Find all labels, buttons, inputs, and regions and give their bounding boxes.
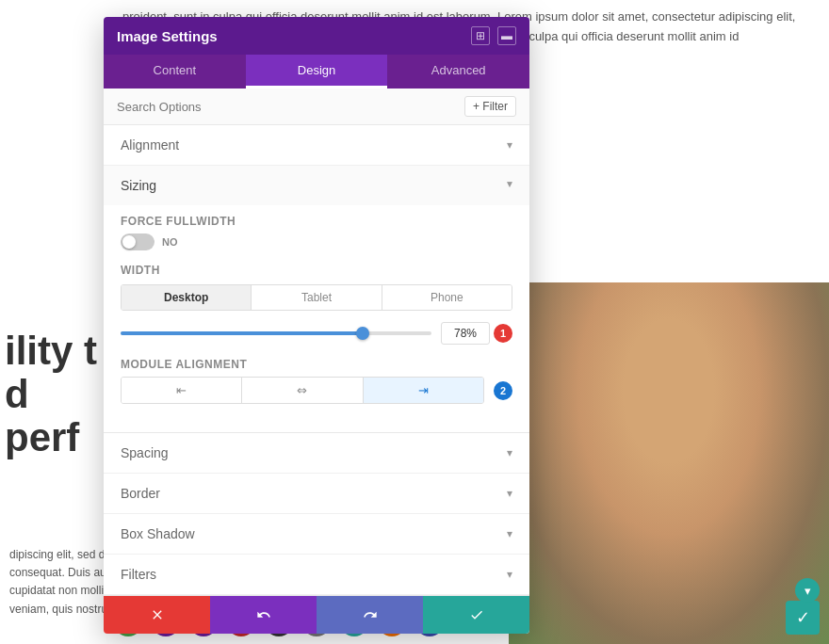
box-shadow-chevron: ▾ (507, 527, 512, 540)
alignment-badge: 2 (494, 381, 512, 400)
module-alignment-row: Module Alignment ⇤ ⇔ ⇥ 2 (121, 358, 512, 404)
sizing-section: Sizing ▴ Force Fullwidth NO Width (104, 166, 529, 433)
filters-label: Filters (121, 567, 156, 582)
image-settings-modal: Image Settings ⊞ ▬ Content Design Advanc… (104, 17, 529, 634)
search-bar: + Filter (104, 89, 529, 125)
alignment-label: Alignment (121, 137, 179, 153)
action-undo[interactable] (210, 596, 317, 634)
device-tabs: Desktop Tablet Phone (121, 284, 512, 311)
modal-tabs: Content Design Advanced (104, 55, 529, 89)
border-label: Border (121, 486, 160, 501)
redo-icon (363, 607, 378, 622)
filters-section[interactable]: Filters ▾ (104, 555, 529, 595)
alignment-chevron: ▾ (507, 138, 512, 152)
filters-chevron: ▾ (507, 568, 512, 581)
border-section[interactable]: Border ▾ (104, 474, 529, 514)
scroll-arrow[interactable]: ▾ (795, 578, 820, 603)
modal-title: Image Settings (117, 28, 218, 44)
modal-collapse-icon[interactable]: ▬ (497, 26, 516, 45)
sizing-section-header[interactable]: Sizing ▴ (104, 166, 529, 205)
modal-actions (104, 595, 529, 634)
photo-person (509, 282, 829, 644)
undo-icon (256, 607, 271, 622)
tab-content[interactable]: Content (104, 55, 246, 89)
width-row: Width Desktop Tablet Phone (121, 264, 512, 345)
sizing-label: Sizing (121, 178, 156, 193)
module-alignment-label: Module Alignment (121, 358, 512, 371)
force-fullwidth-label: Force Fullwidth (121, 215, 512, 228)
toggle-no-label: NO (162, 236, 178, 248)
align-row: ⇤ ⇔ ⇥ 2 (121, 377, 512, 404)
spacing-chevron: ▾ (507, 446, 512, 459)
background-left-text: ility t d perf (0, 330, 104, 460)
align-left[interactable]: ⇤ (122, 378, 242, 403)
slider-input-wrap: 1 (441, 322, 512, 345)
action-save[interactable] (423, 596, 529, 634)
action-redo[interactable] (317, 596, 423, 634)
width-slider-row: 1 (121, 322, 512, 345)
spacing-label: Spacing (121, 445, 169, 460)
modal-expand-icon[interactable]: ⊞ (471, 26, 490, 45)
box-shadow-label: Box Shadow (121, 526, 195, 541)
tab-advanced[interactable]: Advanced (387, 55, 529, 89)
force-fullwidth-row: Force Fullwidth NO (121, 215, 512, 250)
force-fullwidth-toggle[interactable] (121, 233, 154, 250)
width-badge: 1 (494, 324, 512, 343)
save-checkmark-icon (469, 607, 484, 622)
toggle-knob (122, 235, 136, 249)
sizing-chevron: ▴ (507, 179, 512, 192)
modal-header-icons: ⊞ ▬ (471, 26, 516, 45)
bottom-right-save[interactable]: ✓ (786, 601, 820, 635)
align-center[interactable]: ⇔ (242, 378, 363, 403)
toggle-row: NO (121, 233, 512, 250)
search-input[interactable] (117, 100, 464, 114)
width-slider-fill (121, 331, 363, 335)
sizing-content: Force Fullwidth NO Width Desktop (104, 205, 529, 432)
align-right[interactable]: ⇥ (364, 378, 483, 403)
width-label: Width (121, 264, 512, 277)
modal-body: Alignment ▾ Sizing ▴ Force Fullwidth NO (104, 125, 529, 595)
align-options: ⇤ ⇔ ⇥ (121, 377, 484, 404)
box-shadow-section[interactable]: Box Shadow ▾ (104, 514, 529, 555)
width-slider-track[interactable] (121, 331, 431, 335)
tab-design[interactable]: Design (246, 55, 388, 89)
device-tab-phone[interactable]: Phone (382, 285, 512, 310)
filter-button[interactable]: + Filter (464, 96, 516, 117)
modal-header: Image Settings ⊞ ▬ (104, 17, 529, 55)
action-cancel[interactable] (104, 596, 210, 634)
alignment-section[interactable]: Alignment ▾ (104, 125, 529, 166)
spacing-section[interactable]: Spacing ▾ (104, 433, 529, 474)
device-tab-tablet[interactable]: Tablet (252, 285, 382, 310)
width-slider-thumb[interactable] (356, 327, 369, 340)
cancel-icon (150, 607, 165, 622)
device-tab-desktop[interactable]: Desktop (122, 285, 252, 310)
width-value-input[interactable] (441, 322, 490, 345)
background-photo (509, 282, 829, 644)
border-chevron: ▾ (507, 487, 512, 500)
